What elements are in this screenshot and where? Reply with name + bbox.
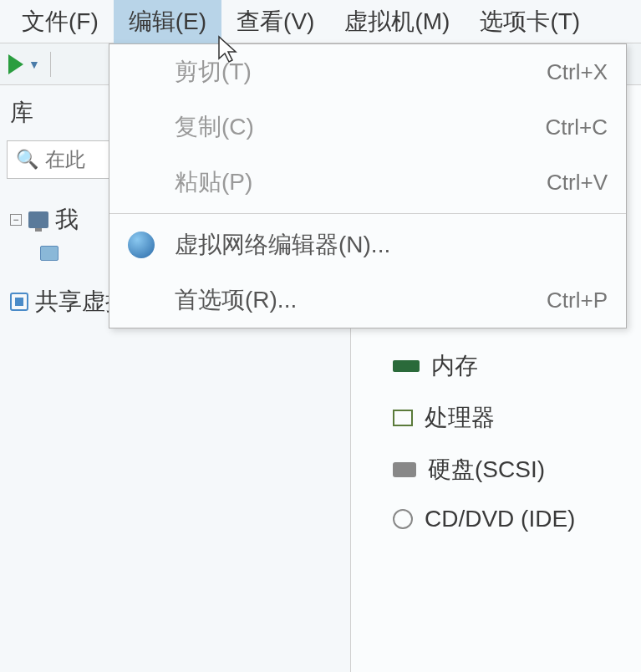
menubar: 文件(F) 编辑(E) 查看(V) 虚拟机(M) 选项卡(T) — [0, 0, 641, 43]
play-icon — [8, 54, 23, 74]
tree-label: 我 — [55, 204, 79, 236]
menu-shortcut: Ctrl+C — [546, 115, 608, 140]
collapse-icon[interactable]: − — [10, 214, 22, 226]
device-memory[interactable]: 内存 — [368, 340, 624, 392]
menu-label: 复制(C) — [175, 111, 546, 143]
memory-icon — [393, 360, 420, 372]
disk-icon — [393, 462, 416, 477]
menu-icon-col — [128, 232, 175, 258]
menu-view[interactable]: 查看(V) — [221, 0, 329, 46]
menu-file[interactable]: 文件(F) — [7, 0, 114, 46]
device-disk[interactable]: 硬盘(SCSI) — [368, 444, 624, 496]
toolbar-separator — [50, 52, 51, 77]
dropdown-arrow-icon[interactable]: ▼ — [28, 58, 40, 71]
device-label: 处理器 — [425, 402, 495, 434]
menu-cut[interactable]: 剪切(T) Ctrl+X — [109, 44, 626, 99]
menu-label: 粘贴(P) — [175, 166, 547, 198]
menu-label: 剪切(T) — [175, 56, 547, 88]
menu-virtual-network-editor[interactable]: 虚拟网络编辑器(N)... — [109, 217, 626, 272]
globe-icon — [128, 232, 155, 258]
device-cd[interactable]: CD/DVD (IDE) — [368, 496, 624, 542]
device-label: 内存 — [431, 350, 478, 382]
device-label: CD/DVD (IDE) — [425, 506, 575, 532]
menu-preferences[interactable]: 首选项(R)... Ctrl+P — [109, 272, 626, 328]
menu-vm[interactable]: 虚拟机(M) — [329, 0, 465, 46]
cpu-icon — [393, 410, 413, 426]
menu-label: 首选项(R)... — [175, 284, 547, 316]
device-cpu[interactable]: 处理器 — [368, 392, 624, 444]
vm-icon — [40, 246, 59, 261]
menu-shortcut: Ctrl+V — [547, 170, 608, 196]
edit-dropdown-menu: 剪切(T) Ctrl+X 复制(C) Ctrl+C 粘贴(P) Ctrl+V 虚… — [109, 43, 627, 328]
menu-separator — [109, 213, 626, 214]
menu-tabs[interactable]: 选项卡(T) — [465, 0, 595, 46]
menu-copy[interactable]: 复制(C) Ctrl+C — [109, 99, 626, 155]
shared-icon — [10, 293, 28, 311]
menu-paste[interactable]: 粘贴(P) Ctrl+V — [109, 155, 626, 210]
menu-shortcut: Ctrl+P — [547, 288, 608, 313]
menu-shortcut: Ctrl+X — [547, 59, 608, 85]
menu-label: 虚拟网络编辑器(N)... — [175, 229, 608, 261]
menu-edit[interactable]: 编辑(E) — [114, 0, 221, 46]
cd-icon — [393, 509, 413, 529]
power-on-button[interactable]: ▼ — [8, 54, 40, 74]
search-icon: 🔍 — [16, 149, 38, 171]
computer-icon — [28, 211, 48, 228]
device-label: 硬盘(SCSI) — [428, 454, 545, 486]
